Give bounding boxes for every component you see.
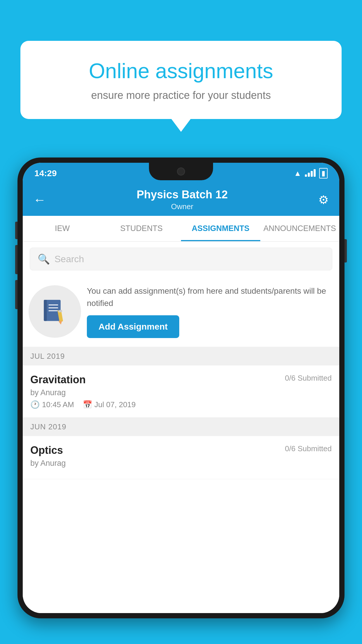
phone-outer: 14:29 ▲ ▮ ← Physics Batch 12 Owner ⚙ bbox=[17, 158, 345, 618]
date-value: Jul 07, 2019 bbox=[94, 400, 136, 409]
assignment-item-optics[interactable]: Optics 0/6 Submitted by Anurag bbox=[23, 436, 339, 479]
search-bar-wrap: 🔍 Search bbox=[23, 242, 339, 276]
optics-author: by Anurag bbox=[30, 459, 332, 468]
add-assignment-promo: You can add assignment(s) from here and … bbox=[23, 276, 339, 347]
meta-date: 📅 Jul 07, 2019 bbox=[83, 400, 136, 409]
notebook-icon bbox=[40, 297, 69, 326]
promo-area: Online assignments ensure more practice … bbox=[20, 41, 342, 119]
settings-button[interactable]: ⚙ bbox=[318, 193, 329, 206]
optics-name: Optics bbox=[30, 444, 63, 456]
front-camera bbox=[177, 167, 185, 176]
add-assignment-button[interactable]: Add Assignment bbox=[87, 315, 179, 338]
search-placeholder: Search bbox=[55, 254, 84, 265]
back-button[interactable]: ← bbox=[33, 192, 46, 207]
screen-content: 🔍 Search bbox=[23, 242, 339, 613]
assignment-row1-optics: Optics 0/6 Submitted bbox=[30, 444, 332, 456]
meta-time: 🕐 10:45 AM bbox=[30, 400, 74, 409]
status-time: 14:29 bbox=[34, 168, 57, 178]
wifi-icon: ▲ bbox=[294, 169, 301, 178]
time-value: 10:45 AM bbox=[42, 400, 74, 409]
tab-students[interactable]: STUDENTS bbox=[102, 216, 181, 241]
assignment-meta: 🕐 10:45 AM 📅 Jul 07, 2019 bbox=[30, 400, 332, 409]
power-button bbox=[345, 239, 347, 262]
status-icons: ▲ ▮ bbox=[294, 168, 328, 178]
promo-right: You can add assignment(s) from here and … bbox=[87, 285, 332, 338]
volume-up-button bbox=[15, 222, 17, 239]
calendar-icon: 📅 bbox=[83, 400, 92, 409]
optics-status: 0/6 Submitted bbox=[285, 444, 332, 453]
search-icon: 🔍 bbox=[38, 253, 50, 265]
battery-icon: ▮ bbox=[319, 168, 328, 178]
app-header: ← Physics Batch 12 Owner ⚙ bbox=[23, 184, 339, 216]
promo-description: You can add assignment(s) from here and … bbox=[87, 285, 332, 309]
phone-screen: 14:29 ▲ ▮ ← Physics Batch 12 Owner ⚙ bbox=[23, 163, 339, 613]
assignment-row1: Gravitation 0/6 Submitted bbox=[30, 374, 332, 386]
clock-icon: 🕐 bbox=[30, 400, 40, 409]
batch-title: Physics Batch 12 bbox=[137, 188, 228, 201]
tab-assignments[interactable]: ASSIGNMENTS bbox=[181, 216, 260, 241]
silent-button bbox=[15, 280, 17, 309]
signal-icon bbox=[305, 170, 316, 177]
svg-rect-1 bbox=[44, 300, 47, 321]
tabs-bar: IEW STUDENTS ASSIGNMENTS ANNOUNCEMENTS bbox=[23, 216, 339, 242]
assignment-author: by Anurag bbox=[30, 388, 332, 397]
tab-iew[interactable]: IEW bbox=[23, 216, 102, 241]
promo-headline: Online assignments bbox=[41, 58, 321, 83]
tab-announcements[interactable]: ANNOUNCEMENTS bbox=[260, 216, 340, 241]
phone-notch bbox=[149, 163, 213, 180]
speech-bubble: Online assignments ensure more practice … bbox=[20, 41, 342, 119]
search-bar[interactable]: 🔍 Search bbox=[30, 248, 332, 270]
promo-subtext: ensure more practice for your students bbox=[41, 89, 321, 102]
volume-down-button bbox=[15, 245, 17, 274]
phone-wrapper: 14:29 ▲ ▮ ← Physics Batch 12 Owner ⚙ bbox=[17, 158, 345, 644]
assignment-item-gravitation[interactable]: Gravitation 0/6 Submitted by Anurag 🕐 10… bbox=[23, 365, 339, 418]
header-title-area: Physics Batch 12 Owner bbox=[137, 188, 228, 211]
assignment-name: Gravitation bbox=[30, 374, 86, 386]
section-jun-2019: JUN 2019 bbox=[23, 418, 339, 436]
section-jul-2019: JUL 2019 bbox=[23, 347, 339, 365]
assignment-status: 0/6 Submitted bbox=[285, 374, 332, 383]
owner-label: Owner bbox=[137, 202, 228, 211]
notebook-icon-wrap bbox=[29, 285, 81, 338]
